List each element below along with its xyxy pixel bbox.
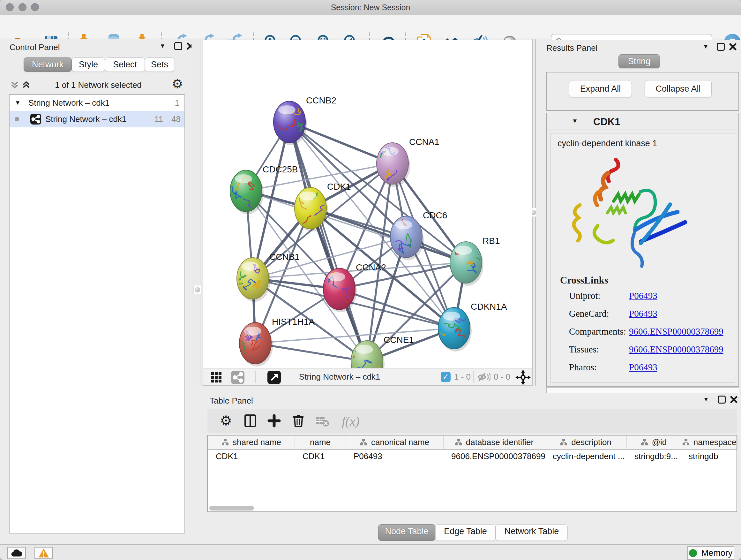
status-bar: Memory bbox=[0, 544, 741, 560]
network-node-HIST1H1A[interactable] bbox=[239, 322, 273, 367]
birdseye-navigator-icon[interactable] bbox=[515, 370, 531, 385]
protein-section-header[interactable]: ▼ CDK1 bbox=[547, 113, 738, 130]
table-row[interactable]: CDK1CDK1P064939606.ENSP00000378699cyclin… bbox=[208, 449, 737, 463]
results-panel: Results Panel ▼ String Expand All Collap… bbox=[536, 40, 741, 399]
tab-sets[interactable]: Sets bbox=[145, 57, 174, 72]
network-collection-row[interactable]: ▼ String Network – cdk1 1 bbox=[10, 95, 185, 111]
crosslink-link[interactable]: P06493 bbox=[629, 362, 657, 373]
column-header-namespace[interactable]: namespace bbox=[681, 435, 738, 449]
panel-menu-icon[interactable]: ▼ bbox=[703, 43, 709, 50]
left-splitter[interactable] bbox=[192, 39, 203, 386]
network-node-CDC6[interactable] bbox=[390, 209, 424, 260]
column-header-label: name bbox=[310, 437, 331, 447]
control-panel: Control Panel ▼ Network Style Select Set… bbox=[3, 39, 192, 543]
network-row-selected[interactable]: String Network – cdk1 11 48 bbox=[10, 111, 185, 127]
detach-view-icon[interactable] bbox=[267, 370, 281, 384]
network-node-CCNE1[interactable] bbox=[348, 341, 388, 368]
cell: stringdb bbox=[681, 451, 738, 461]
function-builder-icon[interactable]: f(x) bbox=[342, 414, 370, 428]
tab-network[interactable]: Network bbox=[23, 57, 72, 72]
expand-all-icon[interactable] bbox=[22, 81, 30, 90]
float-panel-icon[interactable] bbox=[718, 395, 726, 403]
column-header-shared-name[interactable]: shared name bbox=[208, 435, 295, 449]
crosslinks-title: CrossLinks bbox=[560, 274, 608, 286]
crosslink-link[interactable]: P06493 bbox=[629, 291, 657, 301]
network-node-CDC25B[interactable] bbox=[230, 170, 264, 214]
network-node-label: RB1 bbox=[482, 236, 500, 246]
warnings-button[interactable] bbox=[35, 547, 53, 559]
column-header-label: canonical name bbox=[371, 437, 429, 447]
protein-name: CDK1 bbox=[593, 116, 620, 128]
app-window: Session: New Session bbox=[0, 0, 741, 560]
cell: stringdb:9... bbox=[627, 451, 681, 461]
network-node-CDK1[interactable] bbox=[294, 186, 332, 232]
network-node-label: CCNA2 bbox=[356, 262, 386, 272]
close-panel-icon[interactable] bbox=[730, 395, 738, 403]
close-panel-icon[interactable] bbox=[729, 43, 737, 51]
protein-description: cyclin-dependent kinase 1 bbox=[557, 138, 657, 148]
collapse-all-button[interactable]: Collapse All bbox=[645, 80, 712, 98]
crosslink-link[interactable]: P06493 bbox=[629, 308, 657, 319]
collapse-all-icon[interactable] bbox=[10, 81, 19, 90]
left-splitter-grip[interactable] bbox=[193, 285, 201, 294]
network-options-gear-icon[interactable]: ⚙ bbox=[172, 76, 183, 91]
float-panel-icon[interactable] bbox=[717, 43, 725, 51]
crosslink-link[interactable]: 9606.ENSP00000378699 bbox=[629, 344, 724, 355]
grid-view-icon[interactable] bbox=[210, 371, 222, 383]
memory-status-dot-icon bbox=[689, 549, 697, 557]
table-hscrollbar-thumb[interactable] bbox=[209, 506, 254, 510]
column-header-database-identifier[interactable]: database identifier bbox=[444, 435, 545, 449]
edge-count: 48 bbox=[172, 114, 181, 124]
cell: CDK1 bbox=[295, 451, 346, 461]
cell: 9606.ENSP00000378699 bbox=[444, 451, 545, 461]
column-header-description[interactable]: description bbox=[545, 435, 627, 449]
column-header-name[interactable]: name bbox=[295, 435, 346, 449]
table-settings-gear-icon[interactable]: ⚙ bbox=[219, 414, 233, 428]
network-node-CDKN1A[interactable] bbox=[434, 307, 472, 352]
crosslink-link[interactable]: 9606.ENSP00000378699 bbox=[629, 326, 724, 337]
column-type-icon bbox=[641, 439, 648, 446]
delete-table-icon[interactable] bbox=[315, 414, 329, 428]
cell: cyclin-dependent ... bbox=[545, 451, 627, 461]
show-columns-icon[interactable] bbox=[243, 414, 257, 428]
panel-menu-icon[interactable]: ▼ bbox=[159, 43, 165, 50]
cloud-status-button[interactable] bbox=[7, 547, 26, 559]
section-collapse-icon[interactable]: ▼ bbox=[572, 118, 578, 125]
tab-select[interactable]: Select bbox=[105, 57, 145, 72]
crosslinks-list: Uniprot:P06493GeneCard:P06493Compartment… bbox=[569, 291, 729, 380]
crosslink-label: Compartments: bbox=[569, 326, 629, 337]
network-node-CCNA2[interactable] bbox=[323, 268, 357, 312]
title-bar: Session: New Session bbox=[0, 0, 741, 15]
tab-edge-table[interactable]: Edge Table bbox=[435, 524, 495, 541]
network-selection-row: 1 of 1 Network selected ⚙ bbox=[3, 78, 192, 92]
network-node-CCNA1[interactable] bbox=[377, 143, 410, 187]
tab-string[interactable]: String bbox=[618, 54, 660, 68]
network-node-label: CDK1 bbox=[327, 182, 351, 192]
tree-expand-icon[interactable]: ▼ bbox=[15, 99, 21, 106]
selected-checkbox-icon[interactable]: ✓ bbox=[441, 372, 451, 382]
network-node-label: CDKN1A bbox=[471, 302, 507, 312]
collection-label: String Network – cdk1 bbox=[28, 98, 110, 108]
column-type-icon bbox=[455, 439, 462, 446]
cloud-icon bbox=[11, 549, 22, 557]
expand-all-button[interactable]: Expand All bbox=[569, 80, 632, 98]
tab-network-table[interactable]: Network Table bbox=[495, 524, 568, 541]
delete-column-trash-icon[interactable] bbox=[291, 414, 306, 428]
hidden-eye-icon[interactable] bbox=[477, 373, 490, 381]
column-header--id[interactable]: @id bbox=[627, 435, 681, 449]
column-header-label: database identifier bbox=[466, 437, 534, 447]
float-panel-icon[interactable] bbox=[174, 42, 182, 50]
network-view-canvas[interactable]: CCNB2CCNA1CDC25BCDK1CDC6RB1CCNB1CCNA2CDK… bbox=[203, 40, 532, 368]
current-network-dot-icon bbox=[15, 117, 19, 121]
column-type-icon bbox=[560, 439, 567, 446]
control-panel-title: Control Panel bbox=[10, 43, 60, 52]
column-header-canonical-name[interactable]: canonical name bbox=[346, 435, 444, 449]
panel-menu-icon[interactable]: ▼ bbox=[703, 396, 709, 403]
add-column-icon[interactable] bbox=[267, 414, 281, 428]
column-header-label: @id bbox=[652, 437, 667, 447]
memory-button[interactable]: Memory bbox=[687, 546, 734, 560]
table-toolbar: ⚙ f(x) bbox=[207, 409, 737, 433]
tab-style[interactable]: Style bbox=[72, 57, 105, 72]
network-thumb-icon[interactable] bbox=[231, 370, 245, 384]
tab-node-table[interactable]: Node Table bbox=[378, 524, 435, 541]
